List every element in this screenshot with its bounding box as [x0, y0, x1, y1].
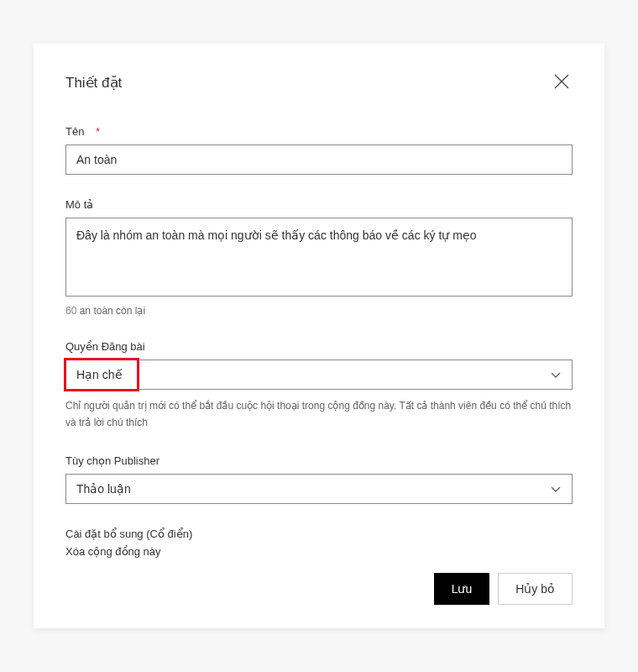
- publisher-options-group: Tùy chọn Publisher Thảo luận: [65, 454, 573, 504]
- modal-header: Thiết đặt: [65, 71, 573, 95]
- name-field-group: Tên *: [65, 125, 573, 175]
- link-list: Cài đặt bổ sung (Cổ điển) Xóa cộng đồng …: [65, 528, 573, 558]
- posting-rights-label: Quyền Đăng bài: [65, 340, 573, 353]
- description-field-group: Mô tả Đây là nhóm an toàn mà mọi người s…: [65, 198, 573, 317]
- char-count: 60 an toàn còn lại: [65, 305, 573, 317]
- posting-rights-helper: Chỉ người quản trị mới có thể bắt đầu cu…: [65, 398, 573, 430]
- button-row: Lưu Hủy bỏ: [65, 573, 573, 605]
- posting-rights-group: Quyền Đăng bài Hạn chế Chỉ người quản tr…: [65, 340, 573, 430]
- name-label-text: Tên: [65, 125, 84, 138]
- settings-modal: Thiết đặt Tên * Mô tả Đây là nhóm an toà…: [34, 44, 604, 627]
- additional-settings-link[interactable]: Cài đặt bổ sung (Cổ điển): [65, 528, 573, 540]
- close-button[interactable]: [551, 71, 573, 95]
- save-button[interactable]: Lưu: [434, 573, 490, 605]
- publisher-options-select-wrapper: Thảo luận: [65, 474, 573, 504]
- required-asterisk: *: [96, 125, 100, 138]
- posting-rights-select-wrapper: Hạn chế: [65, 360, 573, 390]
- cancel-button[interactable]: Hủy bỏ: [498, 573, 573, 605]
- char-count-number: 60: [65, 305, 76, 317]
- name-label: Tên *: [65, 125, 573, 138]
- char-count-text: an toàn còn lại: [76, 305, 145, 317]
- modal-title: Thiết đặt: [65, 74, 122, 92]
- name-input[interactable]: [65, 144, 573, 175]
- posting-rights-select[interactable]: Hạn chế: [65, 360, 573, 390]
- description-label: Mô tả: [65, 198, 573, 211]
- close-icon: [554, 74, 569, 92]
- description-input[interactable]: Đây là nhóm an toàn mà mọi người sẽ thấy…: [65, 218, 573, 297]
- publisher-options-selected: Thảo luận: [76, 482, 131, 496]
- publisher-options-label: Tùy chọn Publisher: [65, 454, 573, 467]
- delete-community-link[interactable]: Xóa cộng đồng này: [65, 545, 573, 558]
- publisher-options-select[interactable]: Thảo luận: [65, 474, 573, 504]
- posting-rights-selected: Hạn chế: [76, 368, 123, 381]
